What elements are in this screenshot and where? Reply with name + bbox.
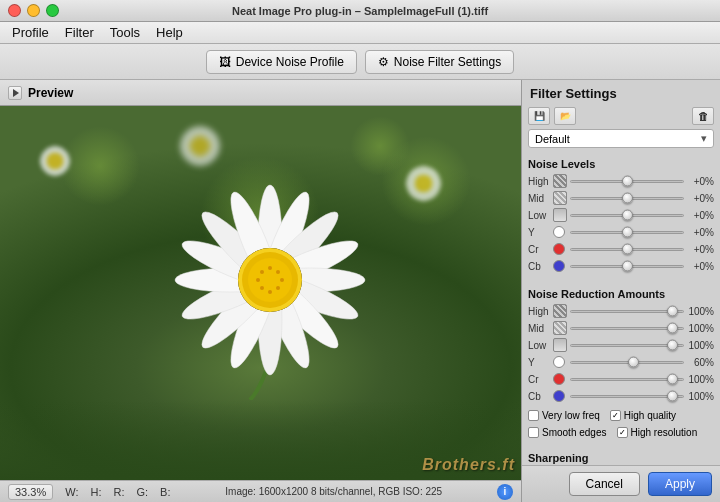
maximize-button[interactable] xyxy=(46,4,59,17)
noise-high-label: High xyxy=(528,174,566,188)
left-panel: Preview xyxy=(0,80,522,502)
menu-profile[interactable]: Profile xyxy=(4,23,57,42)
high-quality-checkbox[interactable]: High quality xyxy=(610,410,676,421)
noise-high-value: +0% xyxy=(688,176,714,187)
reduction-mid-value: 100% xyxy=(688,323,714,334)
reduction-mid-thumb[interactable] xyxy=(667,323,678,334)
reduction-cr-slider[interactable] xyxy=(570,372,684,386)
high-resolution-checkbox[interactable]: High resolution xyxy=(617,427,698,438)
reduction-high-value: 100% xyxy=(688,306,714,317)
menu-filter[interactable]: Filter xyxy=(57,23,102,42)
reduction-cb-label: Cb xyxy=(528,390,566,402)
noise-y-label: Y xyxy=(528,226,566,238)
reduction-mid-icon xyxy=(553,321,567,335)
filter-icon-2[interactable]: 📂 xyxy=(554,107,576,125)
filter-icon-1[interactable]: 💾 xyxy=(528,107,550,125)
reduction-y-icon xyxy=(553,356,565,368)
ground xyxy=(0,400,521,480)
window-title: Neat Image Pro plug-in – SampleImageFull… xyxy=(232,5,488,17)
status-bar: 33.3% W: H: R: G: B: Image: 1600x1200 8 … xyxy=(0,480,521,502)
device-profile-icon: 🖼 xyxy=(219,55,231,69)
reduction-mid: Mid 100% xyxy=(528,321,714,335)
noise-y-icon xyxy=(553,226,565,238)
noise-low-thumb[interactable] xyxy=(622,210,633,221)
reduction-low-slider[interactable] xyxy=(570,338,684,352)
svg-point-26 xyxy=(256,278,260,282)
noise-cr-thumb[interactable] xyxy=(622,244,633,255)
noise-high-thumb[interactable] xyxy=(622,176,633,187)
reduction-cb-icon xyxy=(553,390,565,402)
toolbar: 🖼 Device Noise Profile ⚙ Noise Filter Se… xyxy=(0,44,720,80)
close-button[interactable] xyxy=(8,4,21,17)
noise-mid-value: +0% xyxy=(688,193,714,204)
height-label: H: xyxy=(90,486,101,498)
noise-cr-slider[interactable] xyxy=(570,242,684,256)
reduction-mid-slider[interactable] xyxy=(570,321,684,335)
bg-daisy-1 xyxy=(40,146,70,176)
reduction-cr-thumb[interactable] xyxy=(667,374,678,385)
apply-button[interactable]: Apply xyxy=(648,472,712,496)
noise-low-label: Low xyxy=(528,208,566,222)
delete-filter-button[interactable]: 🗑 xyxy=(692,107,714,125)
reduction-high-thumb[interactable] xyxy=(667,306,678,317)
bg-daisy-3 xyxy=(406,166,441,201)
preview-header: Preview xyxy=(0,80,521,106)
noise-cb-thumb[interactable] xyxy=(622,261,633,272)
reduction-cr-icon xyxy=(553,373,565,385)
noise-levels-header: Noise Levels xyxy=(528,158,714,170)
preview-play-button[interactable] xyxy=(8,86,22,100)
noise-cb-value: +0% xyxy=(688,261,714,272)
reduction-high-label: High xyxy=(528,304,566,318)
noise-cb-slider[interactable] xyxy=(570,259,684,273)
noise-cr-label: Cr xyxy=(528,243,566,255)
noise-cb-label: Cb xyxy=(528,260,566,272)
noise-cb-icon xyxy=(553,260,565,272)
reduction-cr-value: 100% xyxy=(688,374,714,385)
very-low-freq-checkbox[interactable]: Very low freq xyxy=(528,410,600,421)
noise-y-slider[interactable] xyxy=(570,225,684,239)
reduction-low-thumb[interactable] xyxy=(667,340,678,351)
reduction-high-icon xyxy=(553,304,567,318)
filter-settings-title: Filter Settings xyxy=(528,86,714,101)
flower-background xyxy=(0,106,521,480)
zoom-level[interactable]: 33.3% xyxy=(8,484,53,500)
preset-dropdown[interactable]: Default ▾ xyxy=(528,129,714,148)
b-label: B: xyxy=(160,486,170,498)
noise-filter-settings-button[interactable]: ⚙ Noise Filter Settings xyxy=(365,50,514,74)
noise-cr-value: +0% xyxy=(688,244,714,255)
reduction-y-slider[interactable] xyxy=(570,355,684,369)
noise-y-thumb[interactable] xyxy=(622,227,633,238)
info-icon[interactable]: i xyxy=(497,484,513,500)
reduction-low-icon xyxy=(553,338,567,352)
menu-help[interactable]: Help xyxy=(148,23,191,42)
reduction-high-slider[interactable] xyxy=(570,304,684,318)
noise-level-y: Y +0% xyxy=(528,225,714,239)
reduction-cb-thumb[interactable] xyxy=(667,391,678,402)
cancel-button[interactable]: Cancel xyxy=(569,472,640,496)
reduction-cr: Cr 100% xyxy=(528,372,714,386)
noise-level-cr: Cr +0% xyxy=(528,242,714,256)
filter-icon-row: 💾 📂 🗑 xyxy=(528,107,714,125)
high-quality-check[interactable] xyxy=(610,410,621,421)
menu-tools[interactable]: Tools xyxy=(102,23,148,42)
reduction-cr-label: Cr xyxy=(528,373,566,385)
noise-level-high: High +0% xyxy=(528,174,714,188)
window-controls[interactable] xyxy=(8,4,59,17)
reduction-y-thumb[interactable] xyxy=(628,357,639,368)
device-noise-profile-button[interactable]: 🖼 Device Noise Profile xyxy=(206,50,357,74)
noise-level-low: Low +0% xyxy=(528,208,714,222)
noise-level-cb: Cb +0% xyxy=(528,259,714,273)
smooth-edges-check[interactable] xyxy=(528,427,539,438)
reduction-low-value: 100% xyxy=(688,340,714,351)
right-panel: Filter Settings 💾 📂 🗑 Default ▾ Noise Le… xyxy=(522,80,720,502)
very-low-freq-check[interactable] xyxy=(528,410,539,421)
smooth-edges-checkbox[interactable]: Smooth edges xyxy=(528,427,607,438)
minimize-button[interactable] xyxy=(27,4,40,17)
reduction-cb-slider[interactable] xyxy=(570,389,684,403)
noise-low-slider[interactable] xyxy=(570,208,684,222)
noise-mid-slider[interactable] xyxy=(570,191,684,205)
noise-mid-thumb[interactable] xyxy=(622,193,633,204)
noise-mid-icon xyxy=(553,191,567,205)
noise-high-slider[interactable] xyxy=(570,174,684,188)
high-resolution-check[interactable] xyxy=(617,427,628,438)
